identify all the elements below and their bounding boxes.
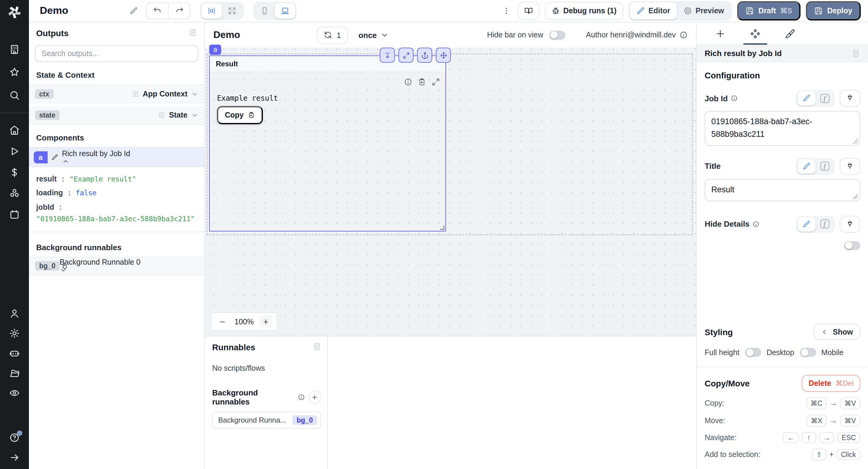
expand-result-icon[interactable] [432,78,440,86]
mobile-view-button[interactable] [254,3,275,19]
job-id-input[interactable]: 01910865-188a-bab7-a3ec-588b9ba3c211 [705,111,860,146]
hide-details-toggle[interactable] [844,241,860,250]
background-runnable-item[interactable]: Background Runna... bg_0 [212,412,321,429]
chevron-down-icon[interactable] [191,112,198,119]
desktop-view-button[interactable] [275,3,296,19]
show-styling-button[interactable]: Show [813,324,860,340]
connect-plug-button[interactable] [840,216,860,233]
ctx-row[interactable]: ctx App Context [29,84,204,103]
rename-pencil-icon[interactable] [130,7,138,15]
workers-robot-icon[interactable] [9,348,20,359]
add-background-runnable-button[interactable] [309,390,321,404]
zoom-out-button[interactable]: − [216,315,229,328]
connect-plug-button[interactable] [840,90,860,107]
center-layout-button[interactable] [201,3,222,19]
preview-tab[interactable]: Preview [677,2,731,19]
move-handle[interactable] [436,48,451,63]
outputs-doc-icon[interactable] [189,28,197,37]
tab-styling[interactable] [773,22,808,44]
redo-button[interactable] [168,2,190,19]
doc-icon [132,90,139,97]
settings-gear-icon[interactable] [9,328,20,339]
resources-boxes-icon[interactable] [9,188,20,199]
field-result[interactable]: result : "Example result" [36,174,197,185]
tab-insert-component[interactable] [703,22,738,44]
editor-tab[interactable]: Editor [630,2,677,19]
function-mode[interactable]: f [815,159,834,174]
resize-corner-handle[interactable] [440,225,444,230]
copy-result-clipboard-icon[interactable] [418,78,426,86]
search-outputs-wrap [35,45,198,62]
collapse-arrow-icon[interactable] [9,452,20,463]
kbd-arrow-left: ← [783,432,799,443]
help-icon[interactable] [9,432,20,443]
connect-plug-button[interactable] [840,158,860,175]
component-tag-badge: a [209,44,221,55]
zoom-in-button[interactable]: + [259,315,273,328]
folders-icon[interactable] [9,368,20,379]
full-height-toggle[interactable] [745,348,761,357]
undo-button[interactable] [147,2,168,19]
hide-details-label: Hide Details [705,220,749,229]
info-icon[interactable] [752,221,760,228]
field-key: loading [36,189,63,197]
band-doc-icon[interactable] [852,49,860,58]
copy-button[interactable]: Copy [217,106,263,124]
fullwidth-layout-button[interactable] [222,3,242,19]
component-edit-pencil-icon[interactable] [47,152,62,162]
static-pencil-mode[interactable] [798,217,815,231]
refresh-counter-button[interactable]: 1 [317,26,347,44]
runs-play-icon[interactable] [9,146,20,157]
tab-component-settings[interactable] [738,22,773,44]
function-mode[interactable]: f [815,217,834,231]
fullscreen-handle[interactable] [398,48,413,63]
canvas-viewport[interactable]: a [205,48,696,336]
search-outputs-input[interactable] [35,45,198,62]
info-icon[interactable] [731,95,738,102]
draft-save-button[interactable]: Draft ⌘S [737,1,801,21]
expand-down-handle[interactable] [380,48,395,63]
usage-dollar-icon[interactable] [9,167,20,178]
delete-button[interactable]: Delete ⌘Del [802,375,860,392]
static-pencil-mode[interactable] [798,91,815,105]
debug-runs-button[interactable]: Debug runs (1) [545,2,623,20]
component-a-row[interactable]: a Rich result by Job Id [29,147,204,167]
job-id-value: 01910865-188a-bab7-a3ec-588b9ba3c211 [711,117,812,139]
selected-component[interactable]: a [209,56,446,231]
clipboard-icon [248,112,255,119]
info-icon[interactable] [679,31,688,39]
chevron-down-icon[interactable] [60,267,141,274]
bg-runnable-row[interactable]: bg_0 Background Runnable 0 [29,256,204,275]
windmill-logo[interactable] [7,4,22,22]
audit-eye-icon[interactable] [9,387,20,399]
user-icon[interactable] [9,308,20,319]
desktop-mobile-toggle[interactable] [800,348,816,357]
title-input[interactable]: Result [705,179,860,201]
textarea-resize-handle[interactable] [853,194,858,199]
state-row[interactable]: state State [29,106,204,125]
info-icon[interactable] [298,394,305,401]
runnables-doc-icon[interactable] [313,342,321,351]
field-jobid[interactable]: jobId : "01910865-188a-bab7-a3ec-588b9ba… [36,202,197,225]
settings-panel: Rich result by Job Id Configuration Job … [696,22,868,469]
home-icon[interactable] [9,125,20,136]
draft-shortcut: ⌘S [780,7,792,15]
textarea-resize-handle[interactable] [853,139,858,144]
chevron-up-icon[interactable] [62,158,130,165]
docs-book-button[interactable] [518,2,539,20]
favorites-star-icon[interactable] [9,67,20,78]
anchor-handle[interactable] [417,48,432,63]
static-pencil-mode[interactable] [798,159,815,174]
schedules-calendar-icon[interactable] [9,209,20,220]
field-loading[interactable]: loading : false [36,188,197,199]
workspace-rail [0,0,29,469]
more-menu-icon[interactable] [500,7,512,15]
search-icon[interactable] [9,90,20,101]
function-mode[interactable]: f [815,91,834,105]
deploy-button[interactable]: Deploy [806,1,861,21]
workspace-icon[interactable] [9,44,20,55]
info-icon[interactable] [404,78,412,86]
hide-bar-toggle[interactable] [549,30,565,39]
schedule-dropdown[interactable]: once [358,30,389,39]
chevron-down-icon[interactable] [191,90,198,97]
